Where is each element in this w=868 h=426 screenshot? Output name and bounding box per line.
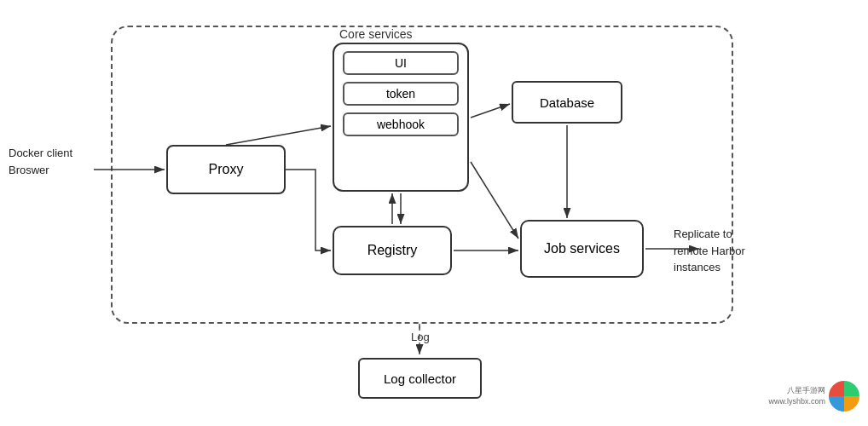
watermark-circle xyxy=(829,381,859,412)
replicate-label: Replicate to remote Harbor instances xyxy=(674,226,776,276)
database-box: Database xyxy=(512,81,622,124)
core-services-box: UI token webhook xyxy=(333,43,469,192)
core-services-label: Core services xyxy=(339,27,413,41)
webhook-service: webhook xyxy=(343,112,459,136)
ui-service: UI xyxy=(343,51,459,75)
token-service: token xyxy=(343,82,459,106)
log-label: Log xyxy=(411,331,430,343)
proxy-box: Proxy xyxy=(166,145,286,194)
registry-box: Registry xyxy=(333,226,452,275)
diagram-container: Docker client Broswer Proxy UI token web… xyxy=(0,0,868,426)
job-services-box: Job services xyxy=(520,220,644,278)
log-collector-box: Log collector xyxy=(358,358,482,399)
watermark: 八星手游网 www.lyshbx.com xyxy=(749,375,859,417)
docker-client-label: Docker client Broswer xyxy=(9,145,72,178)
watermark-text: 八星手游网 www.lyshbx.com xyxy=(768,385,825,406)
